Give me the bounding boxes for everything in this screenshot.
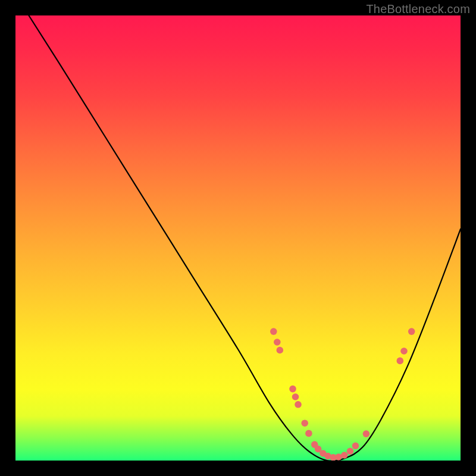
data-markers — [270, 328, 415, 461]
marker-right-cluster-c — [408, 328, 415, 335]
marker-left-cluster-b — [277, 347, 284, 354]
chart-svg — [15, 15, 461, 461]
marker-left-cluster-a — [274, 339, 281, 346]
marker-left-mid-b — [292, 393, 299, 400]
marker-bottom-g — [341, 452, 348, 459]
marker-left-low-a — [301, 419, 308, 427]
curve-line — [29, 15, 461, 461]
marker-left-mid-a — [289, 386, 296, 393]
marker-left-low-b — [305, 430, 312, 437]
chart-plot-area — [15, 15, 461, 461]
marker-right-cluster-a — [397, 358, 404, 365]
marker-bottom-i — [352, 443, 359, 450]
marker-bottom-h — [347, 448, 354, 455]
marker-right-low — [363, 430, 370, 437]
watermark-text: TheBottleneck.com — [366, 2, 470, 16]
marker-right-cluster-b — [400, 347, 408, 355]
marker-bottom-f — [335, 453, 342, 461]
marker-left-mid-c — [295, 401, 302, 408]
marker-left-cluster-top — [270, 328, 277, 335]
